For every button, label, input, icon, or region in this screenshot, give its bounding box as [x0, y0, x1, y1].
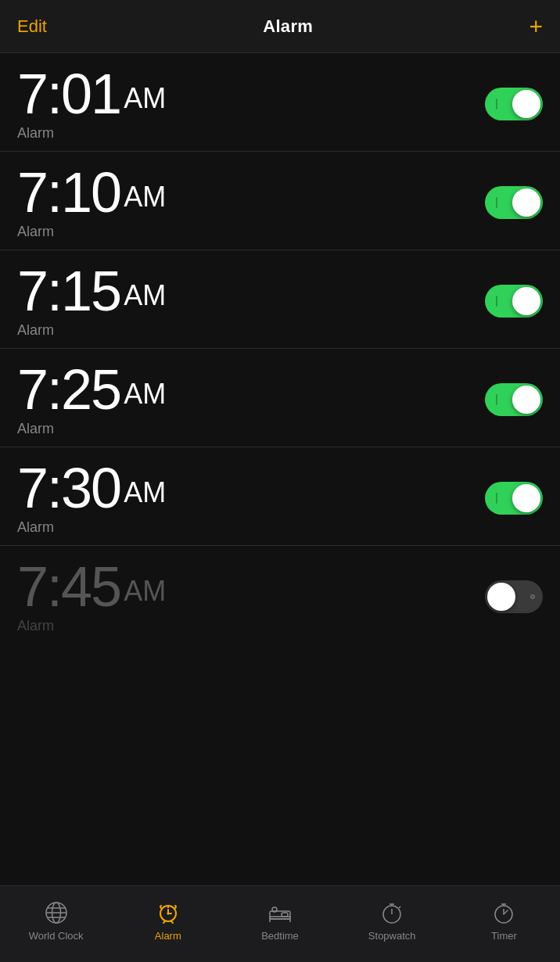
- alarm-toggle-3[interactable]: [485, 285, 543, 318]
- alarm-toggle-1[interactable]: [485, 88, 543, 120]
- world-clock-label: World Clock: [29, 930, 84, 942]
- svg-line-11: [171, 921, 173, 923]
- alarm-item-6[interactable]: 7:45AMAlarm: [0, 546, 560, 644]
- alarm-time-6: 7:45AM: [17, 558, 166, 615]
- alarm-item-1[interactable]: 7:01AMAlarm: [0, 53, 560, 152]
- app-header: Edit Alarm +: [0, 0, 560, 53]
- tab-world-clock[interactable]: World Clock: [0, 886, 112, 962]
- world-clock-icon: [44, 900, 69, 925]
- alarm-toggle-2[interactable]: [485, 186, 543, 219]
- svg-point-9: [167, 913, 169, 914]
- alarm-item-2[interactable]: 7:10AMAlarm: [0, 152, 560, 250]
- bedtime-icon: [267, 900, 293, 925]
- timer-icon: [491, 900, 516, 925]
- alarm-label-2: Alarm: [17, 224, 166, 240]
- tab-bar: World Clock Alarm: [0, 885, 560, 962]
- alarm-label: Alarm: [155, 930, 181, 942]
- toggle-knob-6: [487, 583, 515, 611]
- tab-stopwatch[interactable]: Stopwatch: [336, 886, 448, 962]
- timer-label: Timer: [491, 930, 517, 942]
- toggle-knob-5: [512, 484, 540, 512]
- toggle-knob-1: [512, 90, 540, 118]
- alarm-toggle-4[interactable]: [485, 383, 543, 416]
- alarm-info-2: 7:10AMAlarm: [17, 164, 166, 240]
- alarm-icon: [156, 900, 181, 925]
- alarm-toggle-6[interactable]: [485, 580, 543, 613]
- toggle-knob-4: [512, 386, 540, 414]
- toggle-knob-3: [512, 287, 540, 315]
- alarm-time-1: 7:01AM: [17, 66, 166, 122]
- alarm-info-5: 7:30AMAlarm: [17, 460, 166, 536]
- alarm-label-3: Alarm: [17, 322, 166, 339]
- alarm-list: 7:01AMAlarm7:10AMAlarm7:15AMAlarm7:25AMA…: [0, 53, 560, 885]
- add-alarm-button[interactable]: +: [529, 15, 543, 38]
- alarm-label-1: Alarm: [17, 125, 166, 142]
- svg-line-22: [399, 906, 400, 908]
- svg-line-10: [163, 921, 165, 923]
- alarm-time-3: 7:15AM: [17, 263, 166, 319]
- alarm-label-5: Alarm: [17, 519, 166, 536]
- stopwatch-label: Stopwatch: [368, 930, 416, 942]
- stopwatch-icon: [379, 900, 404, 925]
- tab-alarm[interactable]: Alarm: [112, 886, 224, 962]
- alarm-info-4: 7:25AMAlarm: [17, 361, 166, 437]
- alarm-info-6: 7:45AMAlarm: [17, 558, 166, 634]
- alarm-info-3: 7:15AMAlarm: [17, 263, 166, 339]
- svg-rect-16: [282, 913, 288, 917]
- alarm-label-4: Alarm: [17, 421, 166, 437]
- tab-bedtime[interactable]: Bedtime: [224, 886, 336, 962]
- alarm-toggle-5[interactable]: [485, 482, 543, 515]
- alarm-time-2: 7:10AM: [17, 164, 166, 221]
- alarm-item-5[interactable]: 7:30AMAlarm: [0, 447, 560, 546]
- bedtime-label: Bedtime: [261, 930, 299, 942]
- alarm-time-4: 7:25AM: [17, 361, 166, 418]
- alarm-label-6: Alarm: [17, 618, 166, 634]
- alarm-item-4[interactable]: 7:25AMAlarm: [0, 349, 560, 447]
- tab-timer[interactable]: Timer: [448, 886, 560, 962]
- alarm-item-3[interactable]: 7:15AMAlarm: [0, 250, 560, 349]
- toggle-knob-2: [512, 188, 540, 217]
- page-title: Alarm: [263, 16, 313, 37]
- edit-button[interactable]: Edit: [17, 16, 47, 37]
- alarm-time-5: 7:30AM: [17, 460, 166, 516]
- alarm-info-1: 7:01AMAlarm: [17, 66, 166, 142]
